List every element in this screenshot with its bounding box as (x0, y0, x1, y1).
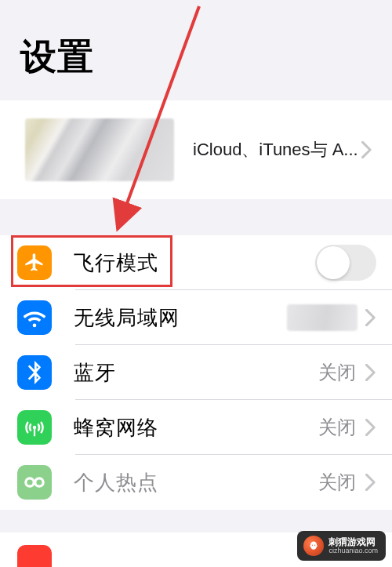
watermark-url: cizhuaniao.com (328, 547, 378, 554)
row-wifi[interactable]: 无线局域网 (0, 290, 392, 345)
row-value: 关闭 (318, 360, 356, 385)
row-label: 蓝牙 (74, 359, 116, 387)
page-title: 设置 (0, 0, 392, 100)
row-label: 飞行模式 (74, 249, 158, 277)
airplane-toggle[interactable] (315, 245, 376, 281)
hotspot-icon (17, 465, 52, 500)
account-row[interactable]: iCloud、iTunes与 A... (0, 100, 392, 199)
chevron-right-icon (365, 309, 376, 326)
svg-point-3 (35, 478, 43, 486)
bluetooth-icon (17, 355, 52, 390)
airplane-icon (17, 245, 52, 280)
wifi-icon (17, 300, 52, 335)
row-label: 无线局域网 (74, 304, 180, 332)
wifi-value-blurred (287, 304, 358, 331)
next-row-icon-peek (17, 545, 52, 567)
chevron-right-icon (365, 364, 376, 381)
row-value: 关闭 (318, 470, 356, 495)
row-label: 个人热点 (74, 469, 158, 496)
row-label: 蜂窝网络 (74, 414, 158, 442)
connectivity-group: 飞行模式 无线局域网 蓝牙 关闭 蜂窝网络 关闭 个人热点 关 (0, 235, 392, 510)
watermark-title: 刺猬游戏网 (328, 537, 378, 547)
cellular-icon (17, 410, 52, 445)
account-avatar-blurred (25, 118, 174, 181)
svg-rect-1 (34, 427, 35, 436)
row-cellular[interactable]: 蜂窝网络 关闭 (0, 400, 392, 455)
watermark-logo-icon (303, 536, 324, 556)
watermark: 刺猬游戏网 cizhuaniao.com (297, 531, 386, 561)
row-bluetooth[interactable]: 蓝牙 关闭 (0, 345, 392, 400)
row-value: 关闭 (318, 415, 356, 440)
chevron-right-icon (365, 474, 376, 491)
chevron-right-icon (361, 141, 372, 158)
account-group: iCloud、iTunes与 A... (0, 100, 392, 199)
row-airplane[interactable]: 飞行模式 (0, 235, 392, 290)
row-hotspot[interactable]: 个人热点 关闭 (0, 455, 392, 510)
chevron-right-icon (365, 419, 376, 436)
account-subtitle: iCloud、iTunes与 A... (193, 138, 358, 162)
svg-point-2 (26, 478, 34, 486)
